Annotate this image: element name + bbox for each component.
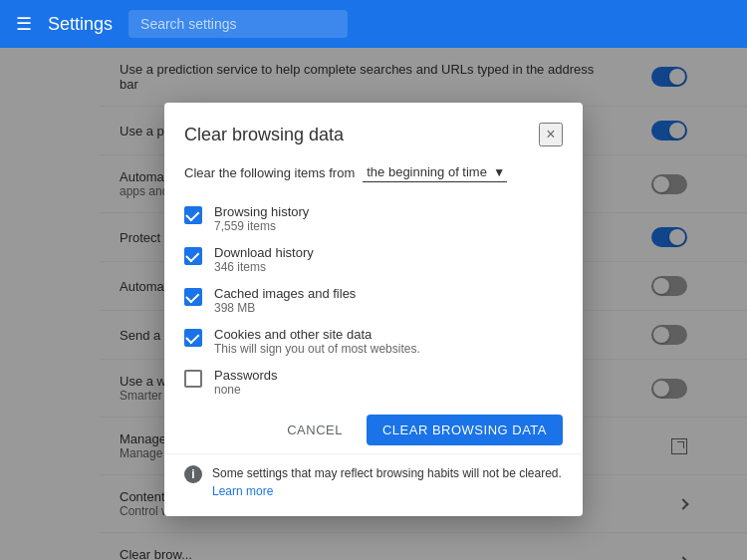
dialog-footer: CANCEL CLEAR BROWSING DATA xyxy=(164,403,583,453)
info-text: Some settings that may reflect browsing … xyxy=(212,464,563,500)
list-item: Passwords none xyxy=(184,362,563,403)
checkbox-cookies[interactable] xyxy=(184,329,202,347)
timerange-select[interactable]: the beginning of time the past hour the … xyxy=(363,162,507,182)
dialog-timerange-row: Clear the following items from the begin… xyxy=(164,158,583,198)
search-input[interactable] xyxy=(128,10,348,38)
dialog-header: Clear browsing data × xyxy=(164,103,583,158)
menu-icon[interactable]: ☰ xyxy=(16,13,32,35)
checkbox-cached-images[interactable] xyxy=(184,288,202,306)
list-item: Download history 346 items xyxy=(184,239,563,280)
dialog-title: Clear browsing data xyxy=(184,125,344,145)
dialog-overlay: Clear browsing data × Clear the followin… xyxy=(0,48,747,560)
dialog-info-row: i Some settings that may reflect browsin… xyxy=(164,453,583,516)
list-item: Browsing history 7,559 items xyxy=(184,198,563,239)
info-icon: i xyxy=(184,465,202,483)
dialog-close-button[interactable]: × xyxy=(539,123,563,146)
list-item: Cached images and files 398 MB xyxy=(184,280,563,321)
settings-background: Use a prediction service to help complet… xyxy=(0,48,747,560)
cancel-button[interactable]: CANCEL xyxy=(271,415,359,445)
checkbox-browsing-history[interactable] xyxy=(184,206,202,224)
list-item: Cookies and other site data This will si… xyxy=(184,321,563,362)
learn-more-link[interactable]: Learn more xyxy=(212,484,273,498)
timerange-select-wrapper: the beginning of time the past hour the … xyxy=(363,162,507,182)
clear-browsing-dialog: Clear browsing data × Clear the followin… xyxy=(164,103,583,516)
app-title: Settings xyxy=(48,14,113,35)
topbar: ☰ Settings xyxy=(0,0,747,48)
timerange-label: Clear the following items from xyxy=(184,165,355,180)
checkbox-download-history[interactable] xyxy=(184,247,202,265)
clear-browsing-data-button[interactable]: CLEAR BROWSING DATA xyxy=(367,415,563,445)
checkbox-passwords[interactable] xyxy=(184,370,202,388)
dialog-items-list: Browsing history 7,559 items Download hi… xyxy=(164,198,583,403)
